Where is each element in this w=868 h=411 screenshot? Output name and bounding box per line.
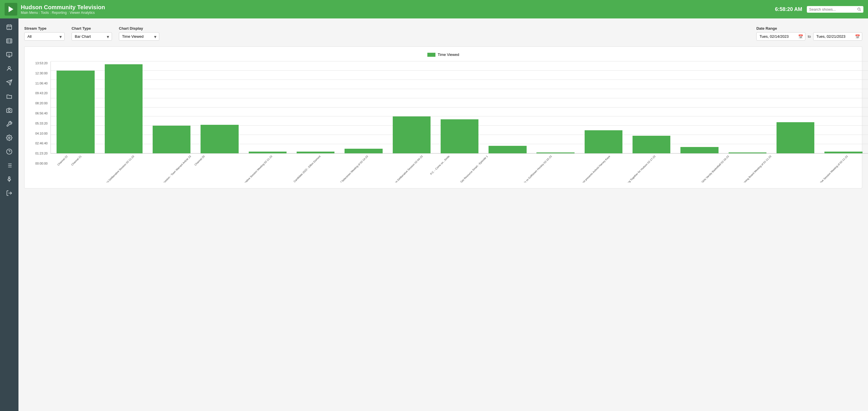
calendar-from-icon[interactable]: 📅 (798, 34, 803, 39)
bar[interactable] (441, 119, 478, 153)
bar-wrapper (532, 61, 579, 153)
bar[interactable] (200, 125, 238, 153)
chart-type-label: Chart Type (71, 26, 112, 31)
sidebar: 22 75 (0, 19, 19, 411)
stream-type-select-wrapper[interactable]: All (24, 32, 65, 41)
bar[interactable] (105, 64, 143, 153)
date-range-group: Date Range 📅 to 📅 (756, 24, 862, 41)
svg-text:75: 75 (8, 54, 10, 56)
svg-point-17 (8, 67, 10, 69)
bar-wrapper (628, 61, 675, 153)
x-axis-label: Alvirne vs Manchester Central Girls Vars… (675, 153, 747, 182)
y-axis-label: 05:33:20 (35, 122, 48, 125)
sidebar-item-user[interactable] (2, 62, 16, 75)
x-labels-container: Channel 22Channel 21School District Deli… (51, 153, 868, 182)
y-axis-label: 04:10:00 (35, 132, 48, 135)
chart-legend: Time Viewed (30, 53, 856, 57)
y-axis-label: 08:20:00 (35, 101, 48, 105)
svg-point-31 (8, 177, 10, 178)
sidebar-item-person[interactable] (2, 173, 16, 185)
chart-plot-area: Channel 22Channel 21School District Deli… (51, 61, 868, 182)
main-content: Stream Type All Chart Type Bar Chart Cha… (19, 19, 868, 411)
y-axis-label: 01:23:20 (35, 151, 48, 155)
svg-text:22: 22 (8, 27, 10, 29)
search-icon (857, 7, 861, 11)
date-to-wrapper-group: 📅 (813, 24, 862, 41)
y-axis-label: 09:43:20 (35, 91, 48, 95)
layout: 22 75 (0, 19, 868, 411)
y-axis-label: 00:00:00 (35, 162, 48, 165)
y-axis: 13:53:2012:30:0011:06:4009:43:2008:20:00… (30, 61, 51, 182)
bar[interactable] (728, 152, 767, 153)
y-axis-label: 06:56:40 (35, 111, 48, 115)
bar-wrapper (676, 61, 723, 153)
logo[interactable] (5, 3, 17, 15)
sidebar-item-folder[interactable] (2, 90, 16, 103)
to-label: to (808, 34, 811, 41)
y-axis-label: 11:06:40 (35, 81, 48, 85)
svg-line-2 (860, 10, 861, 11)
bar[interactable] (345, 149, 382, 153)
bar[interactable] (680, 147, 718, 153)
bars-area (51, 61, 868, 153)
sidebar-item-wrench[interactable] (2, 117, 16, 130)
sidebar-item-film[interactable] (2, 35, 16, 47)
sidebar-item-exit[interactable] (2, 187, 16, 200)
bar[interactable] (297, 151, 335, 153)
chart-container: Time Viewed 13:53:2012:30:0011:06:4009:4… (24, 46, 862, 189)
chart-display-select[interactable]: Time Viewed (119, 32, 159, 41)
bar[interactable] (153, 126, 190, 153)
bar[interactable] (57, 71, 94, 153)
bar[interactable] (393, 116, 431, 153)
date-range-label: Date Range (756, 26, 805, 31)
x-axis-label: Get Resource Smart - Episode 1 (459, 153, 505, 182)
sidebar-item-camera[interactable] (2, 104, 16, 116)
chart-display-label: Chart Display (119, 26, 159, 31)
chart-display-select-wrapper[interactable]: Time Viewed (119, 32, 159, 41)
x-axis-label: School District Deliberative Session 02-… (95, 153, 152, 182)
bar-wrapper (436, 61, 483, 153)
x-axis-label: Planning Board Meeting of 01-11-23 (739, 153, 789, 182)
bar[interactable] (249, 151, 286, 153)
sidebar-item-calendar[interactable]: 22 (2, 21, 16, 33)
sidebar-item-monitor[interactable]: 75 (2, 48, 16, 61)
bar-wrapper (100, 61, 147, 153)
bar-wrapper (724, 61, 771, 153)
x-axis-label: Board of Selectmen Meeting of 02-14-23 (333, 153, 386, 182)
stream-type-select[interactable]: All (24, 32, 65, 41)
breadcrumb: Main Menu : Tools : Reporting : Viewer A… (21, 11, 105, 15)
x-axis-label: School Board Post Deliberative Session M… (222, 153, 290, 182)
calendar-to-icon[interactable]: 📅 (855, 34, 860, 39)
stream-type-group: Stream Type All (24, 26, 65, 41)
sidebar-item-list[interactable] (2, 159, 16, 172)
date-from-wrapper: 📅 (756, 32, 805, 41)
bar[interactable] (536, 152, 574, 153)
sidebar-item-settings[interactable] (2, 131, 16, 144)
bar[interactable] (585, 130, 622, 153)
chart-type-select-wrapper[interactable]: Bar Chart (71, 32, 112, 41)
bar-wrapper (340, 61, 387, 153)
sidebar-item-help[interactable] (2, 145, 16, 158)
bar-wrapper (484, 61, 531, 153)
search-input[interactable] (809, 7, 855, 11)
bar[interactable] (777, 122, 814, 153)
chart-display-group: Chart Display Time Viewed (119, 26, 159, 41)
header-right: 6:58:20 AM (775, 6, 863, 13)
header-left: Hudson Community Television Main Menu : … (5, 3, 105, 15)
x-axis-label: Budget Committee Post Deliberative Sessi… (791, 153, 865, 182)
date-to-wrapper: 📅 (813, 32, 862, 41)
bar[interactable] (632, 136, 670, 153)
play-icon (7, 5, 15, 13)
bar-wrapper (388, 61, 435, 153)
chart-inner: 13:53:2012:30:0011:06:4009:43:2008:20:00… (30, 61, 856, 182)
x-axis-label: Town of Hudson Deliberative Session 02-0… (382, 153, 440, 182)
sidebar-item-send[interactable] (2, 76, 16, 89)
svg-point-21 (8, 109, 10, 111)
bar[interactable] (489, 146, 526, 153)
bar[interactable] (825, 151, 862, 153)
clock: 6:58:20 AM (775, 6, 802, 12)
chart-type-select[interactable]: Bar Chart (71, 32, 112, 41)
search-box[interactable] (807, 6, 863, 13)
chart-type-group: Chart Type Bar Chart (71, 26, 112, 41)
svg-rect-8 (7, 39, 12, 43)
